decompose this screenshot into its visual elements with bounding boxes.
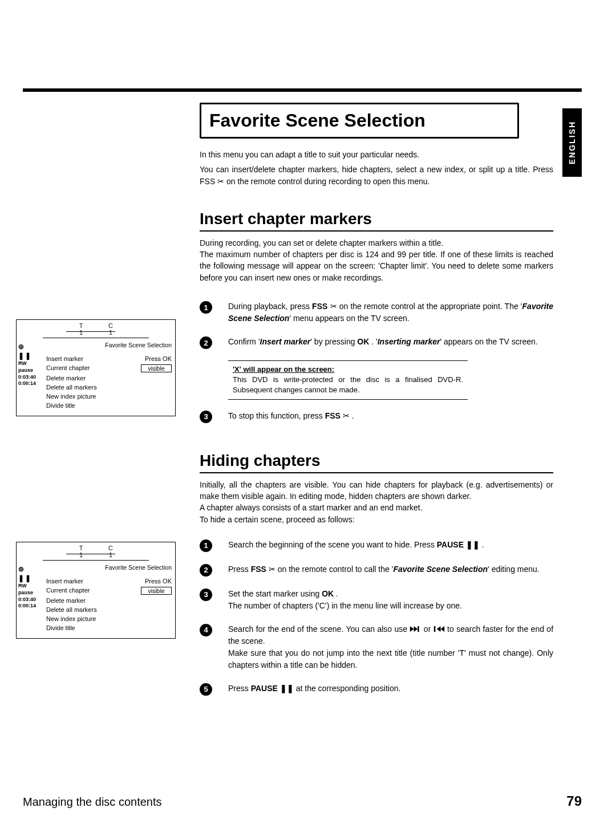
step-text: Press PAUSE ❚❚ at the corresponding posi…: [228, 683, 553, 695]
osd-menu-item: Insert markerPress OK: [46, 354, 172, 363]
next-track-icon: [410, 625, 421, 633]
footer-text: Managing the disc contents: [23, 796, 162, 809]
osd-item-value: visible: [141, 364, 172, 372]
scissors-icon: ✂: [217, 177, 224, 186]
insert-steps: 1 During playback, press FSS ✂ on the re…: [200, 301, 553, 423]
intro-block: In this menu you can adapt a title to su…: [200, 149, 553, 187]
step-badge: 5: [200, 683, 212, 696]
heading-insert-chapter: Insert chapter markers: [200, 210, 553, 232]
osd-item-label: Current chapter: [46, 587, 90, 595]
scissors-icon: ✂: [269, 565, 275, 574]
step-text: During playback, press FSS ✂ on the remo…: [228, 301, 553, 324]
osd-item-label: New index picture: [46, 393, 96, 400]
osd-item-label: Delete marker: [46, 375, 86, 382]
osd-item-label: Insert marker: [46, 578, 83, 585]
step-text: To stop this function, press FSS ✂ .: [228, 410, 553, 422]
insert-intro: During recording, you can set or delete …: [200, 237, 553, 283]
hide-step-2: 2 Press FSS ✂ on the remote control to c…: [200, 563, 553, 577]
insert-step-1: 1 During playback, press FSS ✂ on the re…: [200, 301, 553, 324]
step-text: Search for the end of the scene. You can…: [228, 623, 553, 671]
osd-menu-item: Divide title: [46, 401, 172, 410]
osd-menu-item: Delete marker: [46, 596, 172, 605]
osd-menu-item: Delete marker: [46, 374, 172, 383]
osd-menu-item: Current chaptervisible: [46, 586, 172, 596]
osd-menu-item: Delete all markers: [46, 383, 172, 392]
hiding-intro: Initially, all the chapters are visible.…: [200, 479, 553, 525]
scissors-icon: ✂: [343, 411, 350, 420]
osd-menu-item: Divide title: [46, 623, 172, 632]
note-heading: 'X' will appear on the screen:: [233, 364, 463, 375]
osd-item-value: visible: [141, 587, 172, 595]
step-text: Press FSS ✂ on the remote control to cal…: [228, 563, 553, 575]
insert-step-3: 3 To stop this function, press FSS ✂ .: [200, 410, 553, 423]
osd-left-panel: ⊚ ❚❚ RW pause 0:03:40 0:00:14: [17, 342, 43, 416]
prev-track-icon: [433, 625, 445, 633]
osd-menu-item: Current chaptervisible: [46, 363, 172, 374]
step-badge: 2: [200, 336, 212, 349]
step-text: Confirm 'Insert marker' by pressing OK .…: [228, 336, 553, 348]
svg-rect-3: [434, 626, 436, 632]
disc-pause-icon: ⊚ ❚❚: [18, 565, 41, 583]
osd-menu: Favorite Scene Selection Insert markerPr…: [43, 342, 175, 416]
page-footer: Managing the disc contents 79: [23, 793, 582, 809]
osd-tc-header: TC: [17, 542, 175, 551]
content-column: Favorite Scene Selection In this menu yo…: [200, 103, 553, 707]
pause-icon: ❚❚: [466, 540, 480, 549]
osd-menu-item: Delete all markers: [46, 605, 172, 614]
osd-menu-item: New index picture: [46, 392, 172, 401]
hide-step-4: 4 Search for the end of the scene. You c…: [200, 623, 553, 671]
osd-title: Favorite Scene Selection: [46, 564, 172, 571]
page-title: Favorite Scene Selection: [209, 110, 509, 131]
hiding-steps: 1 Search the beginning of the scene you …: [200, 539, 553, 696]
osd-item-label: Delete marker: [46, 597, 86, 604]
insert-step-2: 2 Confirm 'Insert marker' by pressing OK…: [200, 336, 553, 349]
svg-rect-2: [418, 626, 420, 632]
scissors-icon: ✂: [330, 302, 337, 311]
pause-icon: ❚❚: [280, 684, 294, 693]
osd-tc-values: 11: [43, 329, 149, 338]
osd-item-label: Divide title: [46, 624, 75, 631]
osd-item-label: Current chapter: [46, 364, 90, 372]
hide-step-3: 3 Set the start marker using OK . The nu…: [200, 588, 553, 612]
step-badge: 1: [200, 539, 212, 552]
osd-figure-2: TC 11 ⊚ ❚❚ RW pause 0:03:40 0:00:14 Favo…: [16, 542, 176, 639]
osd-item-value: Press OK: [145, 578, 172, 585]
intro-line1: In this menu you can adapt a title to su…: [200, 149, 553, 160]
osd-item-value: Press OK: [145, 355, 172, 362]
osd-tc-header: TC: [17, 320, 175, 329]
heading-hiding-chapters: Hiding chapters: [200, 452, 553, 473]
step-badge: 1: [200, 301, 212, 314]
step-badge: 4: [200, 624, 212, 636]
tip-note-box: 'X' will appear on the screen: This DVD …: [228, 360, 468, 400]
step-badge: 3: [200, 589, 212, 601]
osd-tc-values: 11: [43, 551, 149, 561]
osd-item-label: Delete all markers: [46, 384, 97, 391]
osd-figure-1: TC 11 ⊚ ❚❚ RW pause 0:03:40 0:00:14 Favo…: [16, 319, 176, 416]
page-title-box: Favorite Scene Selection: [200, 103, 519, 139]
intro-line2: You can insert/delete chapter markers, h…: [200, 164, 553, 187]
disc-pause-icon: ⊚ ❚❚: [18, 343, 41, 360]
step-text: Search the beginning of the scene you wa…: [228, 539, 553, 551]
osd-title: Favorite Scene Selection: [46, 342, 172, 348]
hide-step-1: 1 Search the beginning of the scene you …: [200, 539, 553, 552]
page: Favorite Scene Selection In this menu yo…: [23, 80, 582, 806]
osd-item-label: Divide title: [46, 402, 75, 409]
osd-menu-item: New index picture: [46, 614, 172, 623]
step-badge: 3: [200, 411, 212, 423]
osd-item-label: New index picture: [46, 615, 96, 622]
note-body: This DVD is write-protected or the disc …: [233, 375, 463, 395]
step-text: Set the start marker using OK . The numb…: [228, 588, 553, 612]
osd-left-panel: ⊚ ❚❚ RW pause 0:03:40 0:00:14: [17, 564, 43, 638]
osd-menu-item: Insert markerPress OK: [46, 577, 172, 586]
footer-page-number: 79: [566, 793, 582, 809]
step-badge: 2: [200, 564, 212, 577]
osd-item-label: Delete all markers: [46, 606, 97, 613]
hide-step-5: 5 Press PAUSE ❚❚ at the corresponding po…: [200, 683, 553, 696]
osd-menu: Favorite Scene Selection Insert markerPr…: [43, 564, 175, 638]
osd-item-label: Insert marker: [46, 355, 83, 362]
